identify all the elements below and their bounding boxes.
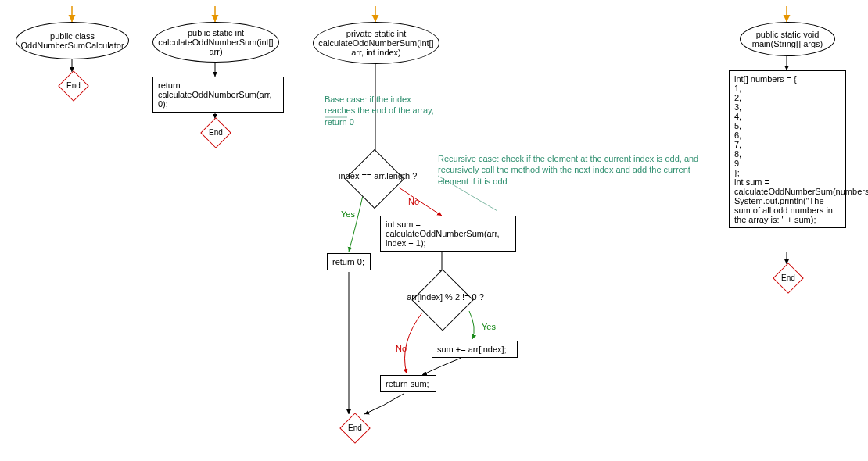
recursive-call-assign: int sum = calculateOddNumberSum(arr, ind… — [380, 216, 516, 252]
edge-label-no: No — [396, 344, 407, 353]
sum-add-element: sum += arr[index]; — [432, 341, 518, 358]
comment-base-case: Base case: if the index reaches the end … — [325, 94, 434, 127]
public-method-body: return calculateOddNumberSum(arr, 0); — [152, 77, 284, 113]
end-label: End — [345, 418, 365, 438]
class-declaration: public class OddNumberSumCalculator — [16, 22, 129, 59]
end-label: End — [63, 76, 84, 96]
end-label: End — [778, 268, 798, 288]
return-sum: return sum; — [380, 375, 436, 392]
main-body: int[] numbers = { 1, 2, 3, 4, 5, 6, 7, 8… — [729, 70, 846, 228]
comment-recursive-case: Recursive case: check if the element at … — [438, 153, 704, 187]
main-signature: public static void main(String[] args) — [740, 22, 835, 56]
private-method-signature: private static int calculateOddNumberSum… — [313, 22, 439, 64]
return-zero: return 0; — [327, 253, 371, 270]
edge-label-no: No — [408, 197, 419, 206]
public-method-signature: public static int calculateOddNumberSum(… — [152, 22, 279, 63]
edge-label-yes: Yes — [341, 209, 355, 219]
decision-odd-check-text: arr[index] % 2 != 0 ? — [383, 292, 508, 302]
edge-label-yes: Yes — [482, 322, 496, 331]
decision-base-case-text: index == arr.length ? — [315, 171, 440, 180]
end-label: End — [206, 123, 226, 143]
